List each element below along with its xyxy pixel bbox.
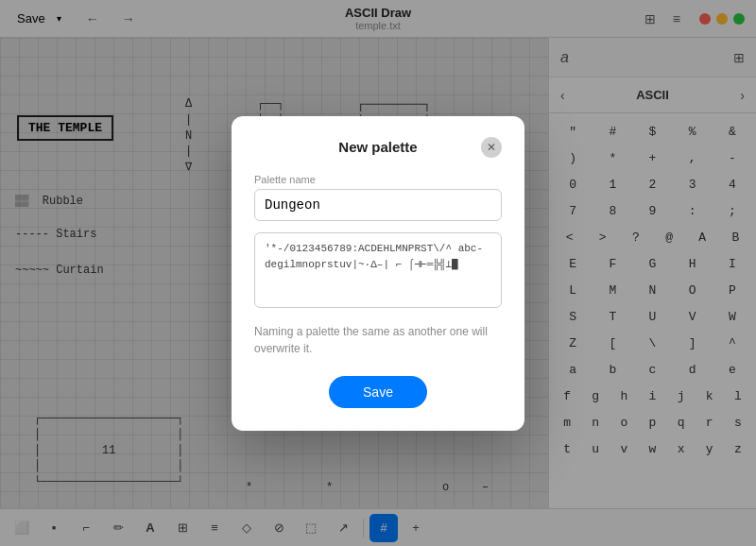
palette-chars-textarea[interactable]: '*-/0123456789:ACDEHLMNPRST\/^ abc- degi… [254,232,502,308]
palette-name-input[interactable] [254,189,502,221]
palette-name-label: Palette name [254,174,502,185]
modal-title: New palette [338,139,417,155]
modal-warning-text: Naming a palette the same as another one… [254,323,502,357]
new-palette-modal: New palette ✕ Palette name '*-/012345678… [232,116,524,431]
modal-close-button[interactable]: ✕ [481,137,502,158]
modal-header: New palette ✕ [254,139,502,155]
modal-save-button[interactable]: Save [329,376,427,408]
modal-overlay[interactable]: New palette ✕ Palette name '*-/012345678… [0,0,756,546]
